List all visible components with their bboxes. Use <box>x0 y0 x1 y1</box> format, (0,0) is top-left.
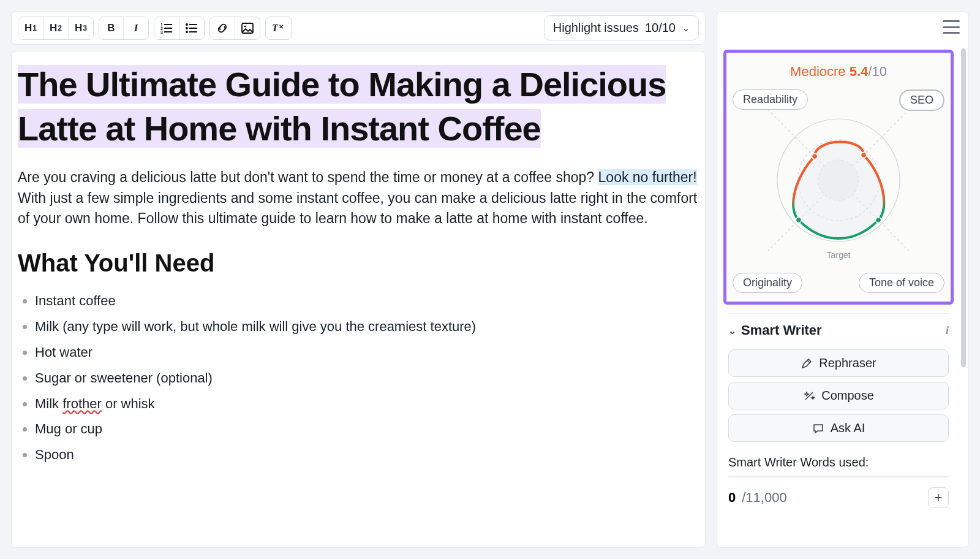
sidebar-scroll[interactable]: Mediocre 5.4/10 Readability SEO Original… <box>717 12 960 547</box>
svg-rect-7 <box>189 24 197 25</box>
emphasis-group: B I <box>99 17 149 40</box>
highlight-issues-count: 10/10 <box>645 21 676 35</box>
pill-tone[interactable]: Tone of voice <box>859 273 944 293</box>
svg-rect-3 <box>164 28 172 29</box>
smart-writer-label: Smart Writer <box>741 322 822 338</box>
svg-point-23 <box>812 154 818 159</box>
list-group: 1 2 3 <box>154 17 205 40</box>
compose-button[interactable]: Compose <box>728 382 949 409</box>
h3-button[interactable]: H3 <box>69 17 93 39</box>
list-item: Instant coffee <box>35 288 699 314</box>
heading-group: H1 H2 H3 <box>18 17 94 40</box>
ingredients-list: Instant coffee Milk (any type will work,… <box>18 288 699 468</box>
svg-rect-9 <box>189 28 197 29</box>
target-label: Target <box>827 250 851 260</box>
insert-group <box>209 17 260 40</box>
list-item: Sugar or sweetener (optional) <box>35 365 699 391</box>
intro-paragraph: Are you craving a delicious latte but do… <box>18 167 699 229</box>
h2-button[interactable]: H2 <box>43 17 69 39</box>
list-item: Hot water <box>35 340 699 365</box>
image-button[interactable] <box>235 17 260 39</box>
words-used-bar <box>728 476 949 477</box>
svg-point-24 <box>861 152 867 158</box>
ordered-list-button[interactable]: 1 2 3 <box>154 17 179 39</box>
spelling-issue[interactable]: frother <box>62 396 102 411</box>
clear-group: T ✕ <box>265 17 292 40</box>
pill-originality[interactable]: Originality <box>733 273 802 293</box>
svg-point-6 <box>186 23 188 26</box>
italic-button[interactable]: I <box>124 17 148 39</box>
words-used-row: 0/11,000 + <box>728 487 949 508</box>
svg-point-10 <box>186 31 188 33</box>
svg-text:3: 3 <box>160 30 163 34</box>
score-card: Mediocre 5.4/10 Readability SEO Original… <box>723 50 954 305</box>
words-used-label: Smart Writer Words used: <box>728 455 949 470</box>
image-icon <box>241 23 254 34</box>
h1-button[interactable]: H1 <box>18 17 43 39</box>
svg-rect-1 <box>164 24 172 25</box>
add-words-button[interactable]: + <box>928 487 949 508</box>
clear-formatting-icon: T ✕ <box>272 23 285 34</box>
list-item: Spoon <box>35 442 699 468</box>
highlight-issues-label: Highlight issues <box>553 21 639 35</box>
svg-rect-12 <box>242 23 253 33</box>
sidebar: Mediocre 5.4/10 Readability SEO Original… <box>717 11 969 548</box>
section-heading: What You'll Need <box>18 249 699 277</box>
list-item: Mug or cup <box>35 416 699 442</box>
doc-title: The Ultimate Guide to Making a Delicious… <box>18 63 699 150</box>
words-used-total: /11,000 <box>742 490 786 506</box>
link-icon <box>216 22 228 34</box>
list-item: Milk frother or whisk <box>35 391 699 417</box>
unordered-list-icon <box>186 23 198 34</box>
scrollbar[interactable] <box>961 48 966 535</box>
svg-text:T: T <box>272 23 279 33</box>
pencil-icon <box>801 357 813 370</box>
svg-point-25 <box>876 218 881 223</box>
svg-text:✕: ✕ <box>279 23 284 30</box>
svg-rect-5 <box>164 31 172 32</box>
ask-ai-button[interactable]: Ask AI <box>728 414 949 442</box>
svg-point-8 <box>186 27 188 29</box>
chevron-down-icon: ⌄ <box>728 325 736 337</box>
highlight-issues-select[interactable]: Highlight issues 10/10 ⌄ <box>544 15 699 40</box>
score-title: Mediocre 5.4/10 <box>733 64 944 80</box>
chat-icon <box>812 422 824 435</box>
svg-rect-11 <box>189 31 197 32</box>
editor-column: H1 H2 H3 B I 1 2 3 <box>11 11 706 548</box>
document-editor[interactable]: The Ultimate Guide to Making a Delicious… <box>11 51 706 548</box>
smart-writer-section[interactable]: ⌄ Smart Writer i <box>728 313 949 344</box>
link-button[interactable] <box>210 17 235 39</box>
editor-toolbar: H1 H2 H3 B I 1 2 3 <box>11 11 706 45</box>
svg-point-13 <box>244 25 246 27</box>
bold-button[interactable]: B <box>99 17 124 39</box>
radar-chart: Target <box>733 107 944 254</box>
info-icon[interactable]: i <box>946 324 949 337</box>
words-used-count: 0 <box>728 490 736 506</box>
wand-icon <box>803 390 815 402</box>
ordered-list-icon: 1 2 3 <box>160 23 173 34</box>
svg-point-26 <box>796 218 801 223</box>
clear-formatting-button[interactable]: T ✕ <box>266 17 292 39</box>
chevron-down-icon: ⌄ <box>682 22 690 34</box>
list-item: Milk (any type will work, but whole milk… <box>35 314 699 340</box>
scrollbar-thumb[interactable] <box>961 48 966 367</box>
unordered-list-button[interactable] <box>179 17 204 39</box>
rephraser-button[interactable]: Rephraser <box>728 349 949 377</box>
